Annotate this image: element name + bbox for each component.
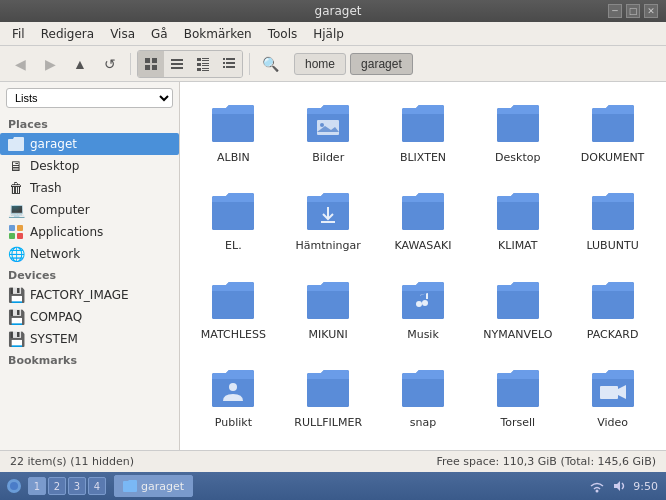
file-item-nymanvelo[interactable]: NYMANVELO (474, 269, 561, 349)
desktop-1-button[interactable]: 1 (28, 477, 46, 495)
sidebar-item-trash[interactable]: 🗑 Trash (0, 177, 179, 199)
network-tray-icon[interactable] (589, 478, 605, 494)
file-item-packard[interactable]: PACKARD (569, 269, 656, 349)
svg-rect-19 (226, 62, 235, 64)
svg-rect-12 (202, 65, 209, 66)
svg-rect-7 (197, 58, 201, 61)
file-item-matchless[interactable]: MATCHLESS (190, 269, 277, 349)
file-item-musik[interactable]: Musik (380, 269, 467, 349)
file-item-video[interactable]: Video (569, 357, 656, 437)
svg-point-31 (229, 383, 237, 391)
sidebar-item-factory-image[interactable]: 💾 FACTORY_IMAGE (0, 284, 179, 306)
menu-redigera[interactable]: Redigera (33, 25, 102, 43)
svg-rect-6 (171, 67, 183, 69)
applications-icon (8, 224, 24, 240)
sidebar-search-area: Lists (0, 82, 179, 114)
volume-tray-icon[interactable] (611, 478, 627, 494)
folder-icon-blixten (399, 99, 447, 147)
svg-point-29 (416, 301, 422, 307)
file-item-torsell[interactable]: Torsell (474, 357, 561, 437)
svg-rect-28 (321, 221, 335, 223)
taskbar-apps: garaget (114, 475, 585, 497)
taskbar: 1 2 3 4 garaget 9:50 (0, 472, 666, 500)
folder-icon-dokument (589, 99, 637, 147)
close-button[interactable]: ✕ (644, 4, 658, 18)
sidebar-item-garaget[interactable]: garaget (0, 133, 179, 155)
maximize-button[interactable]: □ (626, 4, 640, 18)
svg-rect-1 (152, 58, 157, 63)
folder-icon-packard (589, 276, 637, 324)
menu-fil[interactable]: Fil (4, 25, 33, 43)
file-area: ALBIN Bilder (180, 82, 666, 450)
file-label-publikt: Publikt (215, 416, 252, 430)
folder-icon-musik (399, 276, 447, 324)
sidebar-item-applications[interactable]: Applications (0, 221, 179, 243)
file-item-rullfilmer[interactable]: RULLFILMER (285, 357, 372, 437)
svg-rect-26 (317, 120, 339, 135)
menu-ga[interactable]: Gå (143, 25, 176, 43)
sidebar-applications-label: Applications (30, 225, 103, 239)
file-item-blixten[interactable]: BLIXTEN (380, 92, 467, 172)
forward-button[interactable]: ▶ (36, 50, 64, 78)
file-label-matchless: MATCHLESS (201, 328, 266, 342)
file-item-klimat[interactable]: KLIMAT (474, 180, 561, 260)
view-list-button[interactable] (164, 51, 190, 77)
sidebar-item-compaq[interactable]: 💾 COMPAQ (0, 306, 179, 328)
taskbar-app-files[interactable]: garaget (114, 475, 193, 497)
svg-rect-2 (145, 65, 150, 70)
desktop-switcher: 1 2 3 4 (28, 477, 106, 495)
sidebar-item-system[interactable]: 💾 SYSTEM (0, 328, 179, 350)
view-details-button[interactable] (216, 51, 242, 77)
file-label-el: EL. (225, 239, 242, 253)
desktop-2-button[interactable]: 2 (48, 477, 66, 495)
menu-tools[interactable]: Tools (260, 25, 306, 43)
home-location-button[interactable]: home (294, 53, 346, 75)
file-item-mikuni[interactable]: MIKUNI (285, 269, 372, 349)
folder-icon-hamtningar (304, 187, 352, 235)
sidebar-system-label: SYSTEM (30, 332, 78, 346)
toolbar-separator-2 (249, 53, 250, 75)
file-item-kawasaki[interactable]: KAWASAKI (380, 180, 467, 260)
svg-rect-5 (171, 63, 183, 65)
svg-rect-23 (17, 225, 23, 231)
sidebar-item-computer[interactable]: 💻 Computer (0, 199, 179, 221)
svg-rect-25 (17, 233, 23, 239)
search-toggle-button[interactable]: 🔍 (256, 50, 284, 78)
folder-icon-nymanvelo (494, 276, 542, 324)
view-compact-button[interactable] (190, 51, 216, 77)
sidebar-search-select[interactable]: Lists (6, 88, 173, 108)
file-item-hamtningar[interactable]: Hämtningar (285, 180, 372, 260)
reload-button[interactable]: ↺ (96, 50, 124, 78)
garaget-location-button[interactable]: garaget (350, 53, 413, 75)
file-item-albin[interactable]: ALBIN (190, 92, 277, 172)
location-bar: home garaget (294, 53, 413, 75)
view-icon-button[interactable] (138, 51, 164, 77)
clock[interactable]: 9:50 (633, 480, 658, 493)
menu-hjalp[interactable]: Hjälp (305, 25, 352, 43)
sidebar-factory-label: FACTORY_IMAGE (30, 288, 129, 302)
folder-icon-mikuni (304, 276, 352, 324)
back-button[interactable]: ◀ (6, 50, 34, 78)
file-item-lubuntu[interactable]: LUBUNTU (569, 180, 656, 260)
svg-rect-20 (223, 66, 225, 68)
up-button[interactable]: ▲ (66, 50, 94, 78)
menu-bokmarken[interactable]: Bokmärken (176, 25, 260, 43)
desktop-3-button[interactable]: 3 (68, 477, 86, 495)
folder-icon-publikt (209, 364, 257, 412)
file-item-publikt[interactable]: Publikt (190, 357, 277, 437)
minimize-button[interactable]: ─ (608, 4, 622, 18)
start-button[interactable] (4, 476, 24, 496)
file-item-el[interactable]: EL. (190, 180, 277, 260)
sidebar-item-network[interactable]: 🌐 Network (0, 243, 179, 265)
file-item-bilder[interactable]: Bilder (285, 92, 372, 172)
sidebar-compaq-label: COMPAQ (30, 310, 82, 324)
desktop-4-button[interactable]: 4 (88, 477, 106, 495)
file-item-desktop[interactable]: Desktop (474, 92, 561, 172)
folder-icon-torsell (494, 364, 542, 412)
sidebar-item-desktop[interactable]: 🖥 Desktop (0, 155, 179, 177)
file-item-dokument[interactable]: DOKUMENT (569, 92, 656, 172)
file-item-snap[interactable]: snap (380, 357, 467, 437)
trash-icon: 🗑 (8, 180, 24, 196)
menu-visa[interactable]: Visa (102, 25, 143, 43)
svg-rect-8 (202, 58, 209, 59)
